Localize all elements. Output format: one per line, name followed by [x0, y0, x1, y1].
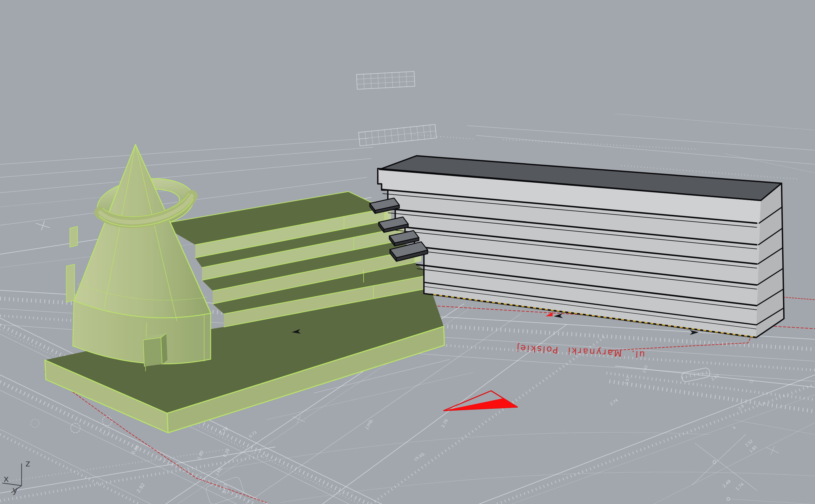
plinth-notch-box	[143, 333, 167, 367]
axis-label-z: z	[25, 458, 30, 469]
axis-label-y: y	[12, 485, 18, 495]
axis-label-x: x	[4, 474, 9, 484]
cad-viewport[interactable]: ul. Marynarki Polskiej 2.780.730.882.800…	[0, 0, 815, 504]
